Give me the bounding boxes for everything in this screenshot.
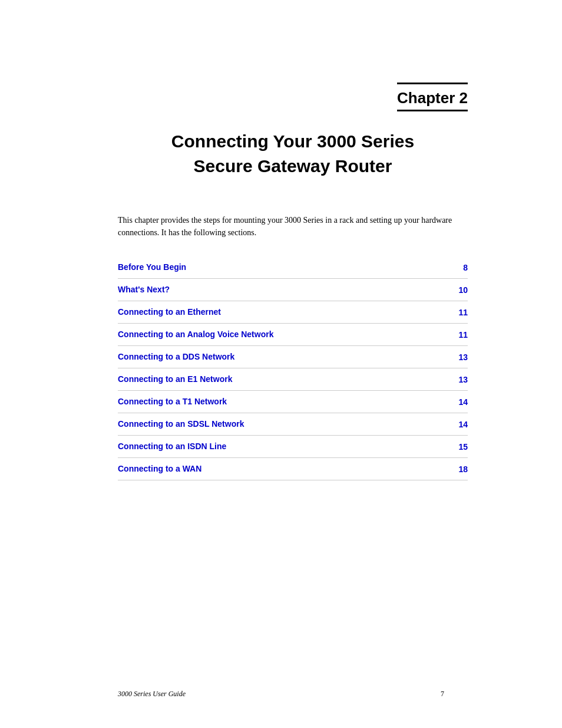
toc-link-9[interactable]: Connecting to a WAN: [118, 464, 201, 473]
toc-page-9: 18: [448, 458, 468, 480]
content-area: Chapter 2 Connecting Your 3000 Series Se…: [0, 0, 562, 528]
toc-link-6[interactable]: Connecting to a T1 Network: [118, 397, 227, 406]
toc-row: Connecting to a T1 Network14: [118, 391, 468, 413]
toc-link-4[interactable]: Connecting to a DDS Network: [118, 352, 234, 361]
toc-page-6: 14: [448, 391, 468, 413]
chapter-title-line2: Secure Gateway Router: [194, 156, 392, 176]
toc-link-2[interactable]: Connecting to an Ethernet: [118, 307, 221, 317]
footer: 3000 Series User Guide 7: [0, 690, 562, 699]
chapter-header: Chapter 2: [118, 83, 468, 117]
footer-page-number: 7: [441, 690, 444, 699]
toc-link-8[interactable]: Connecting to an ISDN Line: [118, 442, 226, 451]
toc-page-7: 14: [448, 413, 468, 436]
toc-page-5: 13: [448, 368, 468, 391]
toc-row: Connecting to an Analog Voice Network11: [118, 324, 468, 346]
footer-guide-name: 3000 Series User Guide: [118, 690, 186, 699]
toc-row: Connecting to a WAN18: [118, 458, 468, 480]
chapter-title: Connecting Your 3000 Series Secure Gatew…: [118, 129, 468, 179]
toc-row: Connecting to an Ethernet11: [118, 301, 468, 324]
toc-row: Connecting to an E1 Network13: [118, 368, 468, 391]
toc-table: Before You Begin8What's Next?10Connectin…: [118, 256, 468, 480]
toc-page-2: 11: [448, 301, 468, 324]
toc-row: Connecting to an SDSL Network14: [118, 413, 468, 436]
toc-page-8: 15: [448, 436, 468, 458]
page: Chapter 2 Connecting Your 3000 Series Se…: [0, 0, 562, 728]
toc-link-1[interactable]: What's Next?: [118, 285, 170, 294]
chapter-line: [397, 83, 468, 84]
toc-link-7[interactable]: Connecting to an SDSL Network: [118, 419, 244, 429]
toc-row: Connecting to an ISDN Line15: [118, 436, 468, 458]
chapter-label: Chapter 2: [397, 89, 468, 111]
toc-page-4: 13: [448, 346, 468, 368]
toc-link-5[interactable]: Connecting to an E1 Network: [118, 374, 232, 384]
toc-page-0: 8: [448, 256, 468, 279]
toc-row: What's Next?10: [118, 279, 468, 301]
intro-text: This chapter provides the steps for moun…: [118, 214, 468, 239]
chapter-title-line1: Connecting Your 3000 Series: [171, 131, 414, 151]
toc-row: Before You Begin8: [118, 256, 468, 279]
toc-page-1: 10: [448, 279, 468, 301]
toc-link-3[interactable]: Connecting to an Analog Voice Network: [118, 330, 273, 339]
toc-page-3: 11: [448, 324, 468, 346]
toc-row: Connecting to a DDS Network13: [118, 346, 468, 368]
toc-link-0[interactable]: Before You Begin: [118, 262, 186, 272]
